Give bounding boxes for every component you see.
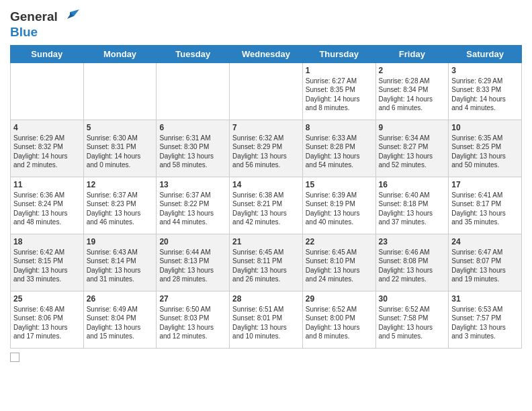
day-info: Sunrise: 6:37 AM Sunset: 8:23 PM Dayligh… (87, 191, 154, 227)
day-info: Sunrise: 6:46 AM Sunset: 8:08 PM Dayligh… (379, 248, 446, 284)
calendar-cell: 30Sunrise: 6:52 AM Sunset: 7:58 PM Dayli… (375, 291, 449, 348)
logo-bird-icon (60, 7, 81, 27)
day-number: 8 (306, 123, 373, 132)
footer (10, 353, 522, 362)
calendar-cell: 18Sunrise: 6:42 AM Sunset: 8:15 PM Dayli… (11, 234, 84, 291)
calendar-cell: 1Sunrise: 6:27 AM Sunset: 8:35 PM Daylig… (302, 62, 375, 120)
day-info: Sunrise: 6:29 AM Sunset: 8:33 PM Dayligh… (451, 77, 519, 113)
header-cell-tuesday: Tuesday (157, 45, 230, 62)
day-number: 18 (13, 237, 81, 246)
calendar-cell (83, 62, 157, 120)
day-number: 20 (159, 237, 226, 246)
day-number: 14 (232, 180, 300, 189)
header-cell-friday: Friday (375, 45, 449, 62)
calendar-cell: 23Sunrise: 6:46 AM Sunset: 8:08 PM Dayli… (375, 234, 449, 291)
day-info: Sunrise: 6:45 AM Sunset: 8:11 PM Dayligh… (232, 248, 300, 284)
day-number: 25 (13, 294, 81, 304)
day-info: Sunrise: 6:49 AM Sunset: 8:04 PM Dayligh… (87, 305, 154, 341)
header-row: SundayMondayTuesdayWednesdayThursdayFrid… (11, 45, 522, 62)
calendar-cell: 29Sunrise: 6:52 AM Sunset: 8:00 PM Dayli… (302, 291, 375, 348)
day-info: Sunrise: 6:52 AM Sunset: 8:00 PM Dayligh… (306, 305, 373, 341)
day-info: Sunrise: 6:51 AM Sunset: 8:01 PM Dayligh… (232, 305, 300, 341)
day-number: 15 (306, 180, 373, 189)
calendar-cell: 7Sunrise: 6:32 AM Sunset: 8:29 PM Daylig… (230, 120, 303, 177)
calendar-cell: 5Sunrise: 6:30 AM Sunset: 8:31 PM Daylig… (83, 120, 157, 177)
day-info: Sunrise: 6:29 AM Sunset: 8:32 PM Dayligh… (13, 134, 81, 170)
header-cell-wednesday: Wednesday (230, 45, 303, 62)
calendar-cell: 27Sunrise: 6:50 AM Sunset: 8:03 PM Dayli… (157, 291, 230, 348)
day-info: Sunrise: 6:31 AM Sunset: 8:30 PM Dayligh… (159, 134, 226, 170)
calendar-cell (230, 62, 303, 120)
day-number: 22 (306, 237, 373, 246)
calendar-cell: 25Sunrise: 6:48 AM Sunset: 8:06 PM Dayli… (11, 291, 84, 348)
footer-box-icon (10, 353, 19, 362)
day-info: Sunrise: 6:52 AM Sunset: 7:58 PM Dayligh… (379, 305, 446, 341)
day-number: 6 (159, 123, 226, 132)
calendar-cell: 28Sunrise: 6:51 AM Sunset: 8:01 PM Dayli… (230, 291, 303, 348)
day-number: 5 (87, 123, 154, 132)
calendar-cell: 4Sunrise: 6:29 AM Sunset: 8:32 PM Daylig… (11, 120, 84, 177)
day-info: Sunrise: 6:48 AM Sunset: 8:06 PM Dayligh… (13, 305, 81, 341)
week-row-1: 1Sunrise: 6:27 AM Sunset: 8:35 PM Daylig… (11, 62, 522, 120)
day-number: 9 (379, 123, 446, 132)
calendar-cell: 21Sunrise: 6:45 AM Sunset: 8:11 PM Dayli… (230, 234, 303, 291)
day-info: Sunrise: 6:34 AM Sunset: 8:27 PM Dayligh… (379, 134, 446, 170)
day-info: Sunrise: 6:32 AM Sunset: 8:29 PM Dayligh… (232, 134, 300, 170)
day-info: Sunrise: 6:47 AM Sunset: 8:07 PM Dayligh… (451, 248, 519, 284)
day-number: 3 (451, 66, 519, 75)
header-cell-thursday: Thursday (302, 45, 375, 62)
day-number: 1 (306, 66, 373, 75)
calendar-cell: 16Sunrise: 6:40 AM Sunset: 8:18 PM Dayli… (375, 177, 449, 234)
calendar-cell: 13Sunrise: 6:37 AM Sunset: 8:22 PM Dayli… (157, 177, 230, 234)
day-info: Sunrise: 6:39 AM Sunset: 8:19 PM Dayligh… (306, 191, 373, 227)
week-row-2: 4Sunrise: 6:29 AM Sunset: 8:32 PM Daylig… (11, 120, 522, 177)
logo-blue: Blue (10, 26, 81, 40)
calendar-cell: 20Sunrise: 6:44 AM Sunset: 8:13 PM Dayli… (157, 234, 230, 291)
day-info: Sunrise: 6:28 AM Sunset: 8:34 PM Dayligh… (379, 77, 446, 113)
day-number: 23 (379, 237, 446, 246)
day-number: 30 (379, 294, 446, 304)
week-row-5: 25Sunrise: 6:48 AM Sunset: 8:06 PM Dayli… (11, 291, 522, 348)
calendar-cell: 11Sunrise: 6:36 AM Sunset: 8:24 PM Dayli… (11, 177, 84, 234)
day-info: Sunrise: 6:44 AM Sunset: 8:13 PM Dayligh… (159, 248, 226, 284)
day-number: 7 (232, 123, 300, 132)
calendar-cell: 6Sunrise: 6:31 AM Sunset: 8:30 PM Daylig… (157, 120, 230, 177)
day-info: Sunrise: 6:30 AM Sunset: 8:31 PM Dayligh… (87, 134, 154, 170)
day-info: Sunrise: 6:41 AM Sunset: 8:17 PM Dayligh… (451, 191, 519, 227)
day-info: Sunrise: 6:35 AM Sunset: 8:25 PM Dayligh… (451, 134, 519, 170)
day-number: 13 (159, 180, 226, 189)
day-info: Sunrise: 6:27 AM Sunset: 8:35 PM Dayligh… (306, 77, 373, 113)
week-row-4: 18Sunrise: 6:42 AM Sunset: 8:15 PM Dayli… (11, 234, 522, 291)
day-info: Sunrise: 6:43 AM Sunset: 8:14 PM Dayligh… (87, 248, 154, 284)
calendar-cell: 9Sunrise: 6:34 AM Sunset: 8:27 PM Daylig… (375, 120, 449, 177)
day-number: 10 (451, 123, 519, 132)
calendar-cell (157, 62, 230, 120)
day-info: Sunrise: 6:53 AM Sunset: 7:57 PM Dayligh… (451, 305, 519, 341)
day-number: 4 (13, 123, 81, 132)
header-cell-monday: Monday (83, 45, 157, 62)
day-info: Sunrise: 6:33 AM Sunset: 8:28 PM Dayligh… (306, 134, 373, 170)
day-number: 29 (306, 294, 373, 304)
calendar-cell: 14Sunrise: 6:38 AM Sunset: 8:21 PM Dayli… (230, 177, 303, 234)
calendar-cell: 2Sunrise: 6:28 AM Sunset: 8:34 PM Daylig… (375, 62, 449, 120)
header-cell-sunday: Sunday (11, 45, 84, 62)
calendar-cell: 22Sunrise: 6:45 AM Sunset: 8:10 PM Dayli… (302, 234, 375, 291)
calendar-cell: 24Sunrise: 6:47 AM Sunset: 8:07 PM Dayli… (449, 234, 522, 291)
calendar-header: SundayMondayTuesdayWednesdayThursdayFrid… (11, 45, 522, 62)
day-number: 24 (451, 237, 519, 246)
week-row-3: 11Sunrise: 6:36 AM Sunset: 8:24 PM Dayli… (11, 177, 522, 234)
day-number: 28 (232, 294, 300, 304)
calendar-cell: 19Sunrise: 6:43 AM Sunset: 8:14 PM Dayli… (83, 234, 157, 291)
calendar-cell: 26Sunrise: 6:49 AM Sunset: 8:04 PM Dayli… (83, 291, 157, 348)
day-number: 16 (379, 180, 446, 189)
calendar-cell: 3Sunrise: 6:29 AM Sunset: 8:33 PM Daylig… (449, 62, 522, 120)
day-number: 31 (451, 294, 519, 304)
calendar-body: 1Sunrise: 6:27 AM Sunset: 8:35 PM Daylig… (11, 62, 522, 348)
day-number: 2 (379, 66, 446, 75)
header-cell-saturday: Saturday (449, 45, 522, 62)
day-number: 12 (87, 180, 154, 189)
calendar-cell: 10Sunrise: 6:35 AM Sunset: 8:25 PM Dayli… (449, 120, 522, 177)
day-number: 26 (87, 294, 154, 304)
day-number: 27 (159, 294, 226, 304)
logo: General Blue (10, 7, 81, 40)
